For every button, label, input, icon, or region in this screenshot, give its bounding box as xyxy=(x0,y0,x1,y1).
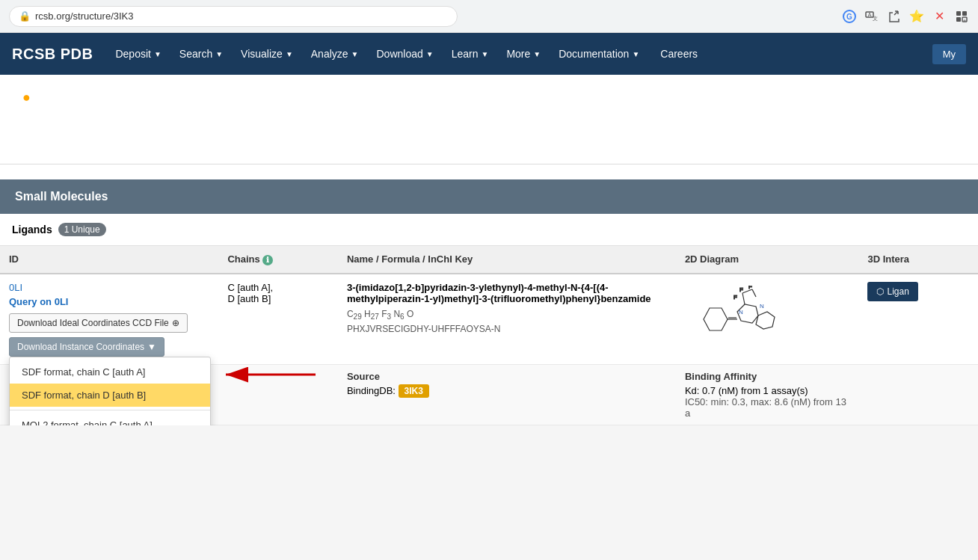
nav-deposit-caret: ▼ xyxy=(154,50,162,58)
ligand-3d-icon: ⬡ xyxy=(876,286,884,297)
dropdown-item-sdf-d-label: SDF format, chain D [auth B] xyxy=(22,390,146,401)
info-binding-cell: Binding Affinity Kd: 0.7 (nM) from 1 ass… xyxy=(676,364,859,425)
svg-text:G: G xyxy=(846,13,852,21)
ligand-3d-label: Ligan xyxy=(887,286,908,297)
navbar: RCSB PDB Deposit ▼ Search ▼ Visualize ▼ … xyxy=(0,33,978,75)
dropdown-item-sdf-c-label: SDF format, chain C [auth A] xyxy=(22,366,145,378)
ligand-formula: C29 H27 F3 N6 O xyxy=(347,309,667,321)
ligand-3d-button[interactable]: ⬡ Ligan xyxy=(867,282,917,301)
chains-info-icon[interactable]: ℹ xyxy=(262,255,273,265)
bookmark-icon[interactable]: ⭐ xyxy=(909,9,924,24)
dropdown-item-mol2-c[interactable]: MOL2 format, chain C [auth A] xyxy=(10,413,210,425)
table-container: ID Chains ℹ Name / Formula / InChI Key 2… xyxy=(0,246,978,425)
col-header-2d: 2D Diagram xyxy=(676,246,859,274)
nav-learn-caret: ▼ xyxy=(481,50,488,58)
translate-icon[interactable]: A 文 xyxy=(864,9,879,24)
url-bar[interactable]: 🔒 rcsb.org/structure/3IK3 xyxy=(9,6,458,27)
nav-more-label: More xyxy=(506,48,530,60)
svg-marker-16 xyxy=(756,312,775,329)
svg-rect-6 xyxy=(962,11,967,16)
nav-analyze[interactable]: Analyze ▼ xyxy=(304,42,366,66)
svg-line-19 xyxy=(752,289,756,297)
google-icon[interactable]: G xyxy=(842,9,857,24)
download-instance-label: Download Instance Coordinates xyxy=(17,342,144,352)
nav-download-caret: ▼ xyxy=(426,50,434,58)
nav-analyze-label: Analyze xyxy=(311,48,348,60)
svg-line-17 xyxy=(742,293,745,304)
browser-icons: G A 文 ⭐ ✕ + xyxy=(842,9,969,24)
ligand-inchi: PHXJVRSECIGDHY-UHFFFAOYSA-N xyxy=(347,324,667,334)
svg-text:F: F xyxy=(739,286,743,293)
download-instance-button[interactable]: Download Instance Coordinates ▼ xyxy=(9,337,164,357)
ligands-badge: 1 Unique xyxy=(58,223,106,236)
svg-text:N: N xyxy=(739,309,743,316)
dropdown-item-sdf-d[interactable]: SDF format, chain D [auth B] xyxy=(10,384,210,407)
ligand-query-link[interactable]: Query on 0LI xyxy=(9,296,68,307)
share-icon[interactable] xyxy=(887,9,902,24)
dropdown-caret-icon: ▼ xyxy=(147,342,156,352)
close-icon[interactable]: ✕ xyxy=(932,9,947,24)
nav-learn[interactable]: Learn ▼ xyxy=(444,42,496,66)
nav-search-caret: ▼ xyxy=(215,50,223,58)
nav-documentation-caret: ▼ xyxy=(632,50,639,58)
ligand-3d-cell: ⬡ Ligan xyxy=(858,274,978,365)
info-source-cell: Source BindingDB: 3IK3 xyxy=(338,364,676,425)
nav-deposit[interactable]: Deposit ▼ xyxy=(108,42,168,66)
nav-analyze-caret: ▼ xyxy=(351,50,359,58)
svg-text:A: A xyxy=(868,12,872,17)
svg-text:+: + xyxy=(963,17,966,22)
ligands-header: Ligands 1 Unique xyxy=(0,214,978,246)
dropdown-menu: SDF format, chain C [auth A] SDF format,… xyxy=(9,357,211,425)
col-header-chains: Chains ℹ xyxy=(218,246,338,274)
col-header-id: ID xyxy=(0,246,218,274)
table-header-row: ID Chains ℹ Name / Formula / InChI Key 2… xyxy=(0,246,978,274)
nav-download-label: Download xyxy=(377,48,423,60)
svg-marker-12 xyxy=(704,308,728,330)
ligand-chains-cell: C [auth A],D [auth B] xyxy=(218,274,338,365)
lock-icon: 🔒 xyxy=(19,10,31,22)
small-molecules-section: Small Molecules Ligands 1 Unique ID Chai… xyxy=(0,179,978,425)
nav-careers[interactable]: Careers xyxy=(653,42,705,66)
table-row: 0LI Query on 0LI Download Ideal Coordina… xyxy=(0,274,978,365)
main-content: ● Small Molecules Ligands 1 Unique ID xyxy=(0,75,978,425)
svg-text:F: F xyxy=(748,286,752,290)
kd-value: Kd: 0.7 (nM) from 1 assay(s) xyxy=(685,385,850,396)
source-header: Source xyxy=(347,371,667,382)
nav-documentation-label: Documentation xyxy=(559,48,629,60)
source-db-label: BindingDB: xyxy=(347,385,396,396)
svg-rect-7 xyxy=(956,17,961,22)
nav-documentation[interactable]: Documentation ▼ xyxy=(551,42,647,66)
nav-more[interactable]: More ▼ xyxy=(499,42,548,66)
nav-visualize-label: Visualize xyxy=(241,48,283,60)
nav-visualize[interactable]: Visualize ▼ xyxy=(233,42,301,66)
source-badge[interactable]: 3IK3 xyxy=(399,384,429,398)
col-header-name: Name / Formula / InChI Key xyxy=(338,246,676,274)
download-ccd-label: Download Ideal Coordinates CCD File xyxy=(17,318,169,328)
dropdown-item-mol2-c-label: MOL2 format, chain C [auth A] xyxy=(22,419,153,425)
my-account-button[interactable]: My xyxy=(932,44,966,64)
svg-text:F: F xyxy=(734,294,737,301)
ligand-id-link[interactable]: 0LI xyxy=(9,282,22,293)
ligands-table: ID Chains ℹ Name / Formula / InChI Key 2… xyxy=(0,246,978,425)
dropdown-item-sdf-c[interactable]: SDF format, chain C [auth A] xyxy=(10,360,210,384)
nav-logo[interactable]: RCSB PDB xyxy=(12,46,93,63)
dropdown-divider xyxy=(10,410,210,410)
info-empty-cell-2 xyxy=(218,364,338,425)
nav-search[interactable]: Search ▼ xyxy=(172,42,230,66)
section-title: Small Molecules xyxy=(15,190,108,203)
ligands-label: Ligands xyxy=(12,224,52,236)
ligand-name: 3-(imidazo[1,2-b]pyridazin-3-ylethynyl)-… xyxy=(347,282,667,304)
col-header-3d: 3D Intera xyxy=(858,246,978,274)
section-header: Small Molecules xyxy=(0,179,978,214)
nav-more-caret: ▼ xyxy=(533,50,541,58)
ligand-id-cell: 0LI Query on 0LI Download Ideal Coordina… xyxy=(0,274,218,365)
binding-header: Binding Affinity xyxy=(685,371,850,382)
download-ccd-button[interactable]: Download Ideal Coordinates CCD File ⊕ xyxy=(9,313,188,333)
nav-download[interactable]: Download ▼ xyxy=(369,42,441,66)
svg-rect-5 xyxy=(956,11,961,16)
top-scroll-area: ● xyxy=(0,75,978,164)
extensions-icon[interactable]: + xyxy=(954,9,969,24)
svg-text:N: N xyxy=(760,303,764,310)
dropdown-wrapper: Download Instance Coordinates ▼ SDF form… xyxy=(9,337,164,357)
info-empty-last xyxy=(858,364,978,425)
